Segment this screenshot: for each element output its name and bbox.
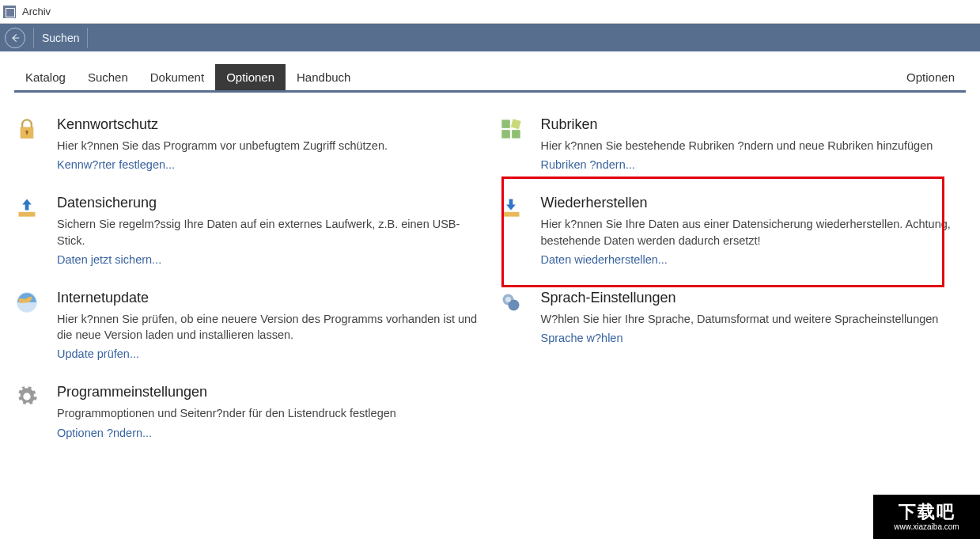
update-link[interactable]: Update prüfen...: [57, 347, 482, 360]
watermark-url: www.xiazaiba.com: [894, 522, 959, 531]
option-title: Programmeinstellungen: [57, 384, 482, 400]
language-link[interactable]: Sprache w?hlen: [541, 332, 967, 344]
tabs: Katalog Suchen Dokument Optionen Handbuc…: [14, 64, 361, 90]
option-language: Sprach-Einstellungen W?hlen Sie hier Ihr…: [498, 290, 967, 344]
option-password: Kennwortschutz Hier k?nnen Sie das Progr…: [14, 116, 482, 171]
option-backup: Datensicherung Sichern Sie regelm?ssig I…: [14, 195, 482, 266]
titlebar: Archiv: [0, 0, 980, 24]
toolbar-separator: [33, 28, 34, 48]
option-desc: Hier k?nnen Sie bestehende Rubriken ?nde…: [541, 138, 967, 154]
toolbar: Suchen: [0, 24, 980, 51]
back-button[interactable]: [5, 28, 25, 48]
grid-icon: [498, 116, 524, 171]
app-icon: [3, 6, 16, 18]
upload-icon: [14, 195, 40, 266]
language-icon: [498, 290, 524, 344]
toolbar-separator: [87, 28, 88, 48]
svg-rect-5: [510, 119, 520, 129]
password-link[interactable]: Kennw?rter festlegen...: [57, 158, 482, 171]
option-desc: Hier k?nnen Sie prüfen, ob eine neuere V…: [57, 311, 482, 344]
tab-katalog[interactable]: Katalog: [14, 64, 77, 90]
watermark-title: 下载吧: [899, 503, 955, 521]
tab-optionen[interactable]: Optionen: [215, 64, 286, 90]
tab-dokument[interactable]: Dokument: [139, 64, 215, 90]
download-icon: [498, 195, 524, 266]
gear-icon: [14, 384, 40, 438]
toolbar-search-label[interactable]: Suchen: [42, 32, 79, 44]
options-column-right: Rubriken Hier k?nnen Sie bestehende Rubr…: [498, 116, 967, 439]
option-title: Kennwortschutz: [57, 116, 482, 133]
tab-handbuch[interactable]: Handbuch: [286, 64, 361, 90]
option-desc: Hier k?nnen Sie Ihre Daten aus einer Dat…: [541, 216, 967, 249]
page-title: Optionen: [895, 64, 966, 90]
content-area: Katalog Suchen Dokument Optionen Handbuc…: [0, 51, 980, 439]
option-title: Sprach-Einstellungen: [541, 290, 967, 306]
option-desc: Sichern Sie regelm?ssig Ihre Daten auf e…: [57, 216, 482, 249]
svg-rect-6: [501, 130, 510, 139]
watermark: 下载吧 www.xiazaiba.com: [873, 495, 980, 539]
window-title: Archiv: [22, 6, 51, 17]
option-desc: W?hlen Sie hier Ihre Sprache, Datumsform…: [541, 311, 967, 327]
arrow-left-icon: [9, 32, 21, 44]
svg-rect-4: [501, 120, 510, 128]
option-title: Datensicherung: [57, 195, 482, 211]
option-desc: Programmoptionen und Seitenr?nder für de…: [57, 405, 482, 421]
settings-link[interactable]: Optionen ?ndern...: [57, 427, 482, 439]
option-restore: Wiederherstellen Hier k?nnen Sie Ihre Da…: [498, 195, 967, 266]
option-desc: Hier k?nnen Sie das Programm vor unbefug…: [57, 138, 482, 154]
svg-point-10: [505, 297, 511, 302]
option-title: Wiederherstellen: [541, 195, 967, 211]
globe-icon: [14, 290, 40, 361]
option-title: Internetupdate: [57, 290, 482, 306]
option-categories: Rubriken Hier k?nnen Sie bestehende Rubr…: [498, 116, 967, 171]
categories-link[interactable]: Rubriken ?ndern...: [541, 158, 967, 171]
options-column-left: Kennwortschutz Hier k?nnen Sie das Progr…: [14, 116, 498, 439]
option-title: Rubriken: [541, 116, 967, 133]
option-settings: Programmeinstellungen Programmoptionen u…: [14, 384, 482, 438]
tabs-row: Katalog Suchen Dokument Optionen Handbuc…: [14, 64, 966, 93]
options-grid: Kennwortschutz Hier k?nnen Sie das Progr…: [14, 116, 966, 439]
svg-rect-7: [512, 130, 520, 139]
option-update: Internetupdate Hier k?nnen Sie prüfen, o…: [14, 290, 482, 361]
restore-link[interactable]: Daten wiederherstellen...: [541, 253, 967, 266]
lock-icon: [14, 116, 40, 171]
backup-link[interactable]: Daten jetzt sichern...: [57, 253, 482, 266]
tab-suchen[interactable]: Suchen: [77, 64, 139, 90]
svg-rect-2: [26, 132, 28, 135]
